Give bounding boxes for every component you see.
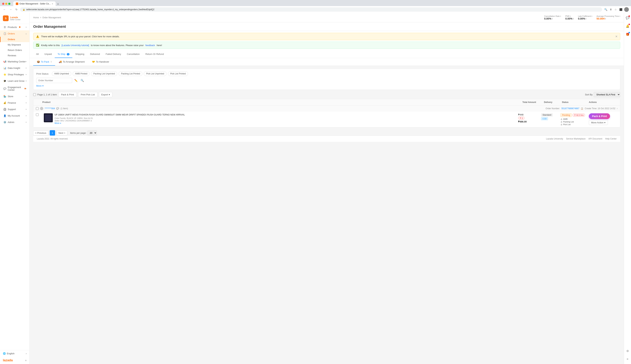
order-number-input[interactable] bbox=[36, 78, 72, 83]
share-button[interactable]: ⬆ bbox=[609, 7, 613, 12]
avg-processing-sub-info[interactable]: ℹ bbox=[605, 18, 606, 20]
tab-close-btn[interactable]: ✕ bbox=[52, 3, 53, 5]
sidebar-sub-reviews[interactable]: Reviews bbox=[0, 53, 30, 58]
buyer-avatar bbox=[40, 107, 43, 110]
sidebar-item-finance[interactable]: 💰 Finance ▾ bbox=[0, 100, 30, 106]
order-checkbox-header[interactable] bbox=[36, 107, 39, 110]
sidebar-item-data-insight[interactable]: 📊 Data Insight ▾ bbox=[0, 65, 30, 71]
sidebar-item-store[interactable]: 🏪 Store ▾ bbox=[0, 93, 30, 100]
alert-close-button[interactable]: ✕ bbox=[615, 35, 617, 38]
sidebar-language[interactable]: 🌐 English › bbox=[3, 352, 27, 355]
sidebar-sub-orders[interactable]: Orders bbox=[0, 37, 30, 42]
refresh-button[interactable]: ↻ bbox=[14, 7, 19, 12]
select-all-checkbox[interactable] bbox=[33, 93, 36, 96]
sub-tab-to-handover[interactable]: 🤝 To Handover bbox=[88, 58, 113, 66]
prev-page-button[interactable]: < Previous bbox=[33, 130, 48, 136]
footer-help-center[interactable]: Help Center bbox=[605, 138, 617, 140]
order-checkbox[interactable] bbox=[36, 113, 39, 116]
tab-unpaid[interactable]: Unpaid bbox=[42, 50, 55, 58]
buyer-name[interactable]: ********064 bbox=[45, 107, 55, 110]
pack-print-action-button[interactable]: Pack & Print bbox=[589, 113, 610, 119]
footer-api-document[interactable]: API Document bbox=[588, 138, 602, 140]
copy-order-number-icon[interactable]: 📋 bbox=[581, 108, 583, 110]
sidebar-item-learn-grow[interactable]: 🎓 Learn and Grow ▾ bbox=[0, 78, 30, 84]
maximize-dot[interactable] bbox=[8, 3, 11, 5]
sidebar-item-my-account[interactable]: 👤 My Account ▾ bbox=[0, 112, 30, 119]
footer-lazada-university[interactable]: Lazada University bbox=[546, 138, 563, 140]
filter-packing-list-unprinted[interactable]: Packing List Unprinted bbox=[91, 71, 117, 76]
pnr-sub-info[interactable]: ℹ bbox=[573, 18, 574, 20]
sidebar-item-engagement-center[interactable]: 💬 Engagement Center ▾ bbox=[0, 84, 30, 93]
cancellation-rate-sub-info[interactable]: ℹ bbox=[552, 18, 553, 20]
gift-button[interactable]: 🎁 bbox=[625, 32, 630, 37]
forward-button[interactable]: → bbox=[8, 7, 13, 12]
tab-to-ship[interactable]: To Ship 1 bbox=[55, 50, 73, 58]
settings-button[interactable]: ⚙ bbox=[625, 348, 630, 354]
tab-cancellation[interactable]: Cancellation bbox=[124, 50, 143, 58]
page-title: Order Management bbox=[33, 24, 620, 29]
export-button[interactable]: Export ▾ bbox=[99, 92, 112, 97]
new-tab-button[interactable]: + bbox=[56, 2, 61, 6]
engagement-icon: 💬 bbox=[4, 87, 6, 90]
header-total-amount: Total Amount bbox=[522, 101, 544, 104]
alerts-container: ⚠️ There will be multiple 3PL to pick up… bbox=[30, 31, 624, 50]
alert-feedback-link[interactable]: feedback bbox=[145, 44, 155, 46]
product-more-link[interactable]: More bbox=[55, 122, 59, 124]
browser-tab[interactable]: Order Management - Seller Ce... ✕ bbox=[13, 2, 56, 6]
notification-button[interactable]: 🔔 bbox=[625, 23, 630, 29]
address-bar[interactable]: 🔒 sellercenter.lazada.com.ph/apps/order/… bbox=[20, 7, 602, 12]
late-fulfillment-sub-info[interactable]: ℹ bbox=[586, 18, 586, 20]
search-filter-button[interactable]: 🔍 bbox=[80, 78, 85, 83]
sidebar-item-admin[interactable]: ⚙️ Admin ▾ bbox=[0, 119, 30, 125]
tab-delivered[interactable]: Delivered bbox=[87, 50, 103, 58]
minimize-dot[interactable] bbox=[5, 3, 7, 5]
sidebar-item-products[interactable]: ☰ Products ▾ bbox=[0, 24, 30, 30]
sidebar-menu-icon[interactable]: ≡ bbox=[25, 359, 27, 362]
main-tabs: All Unpaid To Ship 1 Shipping Delivered bbox=[30, 50, 624, 58]
filter-awb-unprinted[interactable]: AWB Unprinted bbox=[52, 71, 71, 76]
profile-avatar[interactable] bbox=[624, 7, 629, 12]
late-fulfillment-info[interactable]: ℹ bbox=[591, 15, 592, 17]
back-button[interactable]: ← bbox=[2, 7, 7, 12]
items-per-page-select[interactable]: 20 bbox=[87, 130, 97, 136]
filter-pick-list-printed[interactable]: Pick List Printed bbox=[168, 71, 188, 76]
filter-awb-printed[interactable]: AWB Printed bbox=[73, 71, 90, 76]
more-action-button[interactable]: More Action ▾ bbox=[589, 120, 608, 125]
more-filters-toggle[interactable]: More ▾ bbox=[36, 84, 617, 87]
order-expand-icon[interactable]: › bbox=[617, 107, 617, 110]
cancellation-rate-info[interactable]: ℹ bbox=[560, 15, 561, 17]
tab-return-or-refund[interactable]: Return Or Refund bbox=[143, 50, 167, 58]
tab-failed-delivery[interactable]: Failed Delivery bbox=[103, 50, 124, 58]
edit-filter-icon[interactable]: ✏️ bbox=[74, 78, 78, 83]
sidebar-sub-return-orders[interactable]: Return Orders bbox=[0, 48, 30, 53]
sidebar-item-orders-parent[interactable]: 📋 Orders ▴ bbox=[0, 30, 30, 37]
pack-print-toolbar-button[interactable]: Pack & Print bbox=[58, 92, 77, 97]
order-number-value[interactable]: 551677689674867 bbox=[561, 107, 579, 110]
footer-service-marketplace[interactable]: Service Marketplace bbox=[566, 138, 586, 140]
search-nav-button[interactable]: 🔍 bbox=[603, 7, 608, 12]
current-page[interactable]: 1 bbox=[50, 130, 55, 136]
tab-all[interactable]: All bbox=[33, 50, 42, 58]
sidebar-item-marketing-center[interactable]: 📢 Marketing Center ▾ bbox=[0, 58, 30, 65]
right-menu-button[interactable]: ≡ bbox=[625, 356, 630, 362]
filter-packing-list-printed[interactable]: Packing List Printed bbox=[119, 71, 142, 76]
sidebar-item-support[interactable]: 🎧 Support ▾ bbox=[0, 106, 30, 112]
sub-tab-to-arrange-shipment[interactable]: 🚚 To Arrange Shipment bbox=[55, 58, 88, 66]
bookmark-button[interactable]: ☆ bbox=[614, 7, 617, 12]
sort-select[interactable]: Shortest SLA First bbox=[594, 92, 620, 97]
sidebar-sub-my-shipment[interactable]: My Shipment bbox=[0, 42, 30, 48]
breadcrumb-home[interactable]: Home bbox=[33, 16, 39, 19]
pnr-info[interactable]: ℹ bbox=[570, 15, 571, 17]
extensions-button[interactable]: ⬛ bbox=[619, 7, 623, 12]
sidebar-item-shop-privileges[interactable]: ⭐ Shop Privileges ▾ bbox=[0, 71, 30, 78]
close-dot[interactable] bbox=[2, 3, 4, 5]
more-filters-label: More bbox=[36, 84, 42, 87]
sub-tab-to-pack[interactable]: 📦 To Pack ℹ bbox=[33, 58, 55, 66]
chat-button[interactable]: 💬 bbox=[625, 15, 630, 20]
print-pick-list-button[interactable]: Print Pick List bbox=[78, 92, 98, 97]
avg-processing-info[interactable]: ℹ bbox=[619, 15, 620, 17]
filter-pick-list-unprinted[interactable]: Pick List Unprinted bbox=[144, 71, 166, 76]
alert-university-link[interactable]: [Lazada University tutorial] bbox=[62, 44, 89, 46]
tab-shipping[interactable]: Shipping bbox=[72, 50, 87, 58]
next-page-button[interactable]: Next > bbox=[57, 130, 67, 136]
